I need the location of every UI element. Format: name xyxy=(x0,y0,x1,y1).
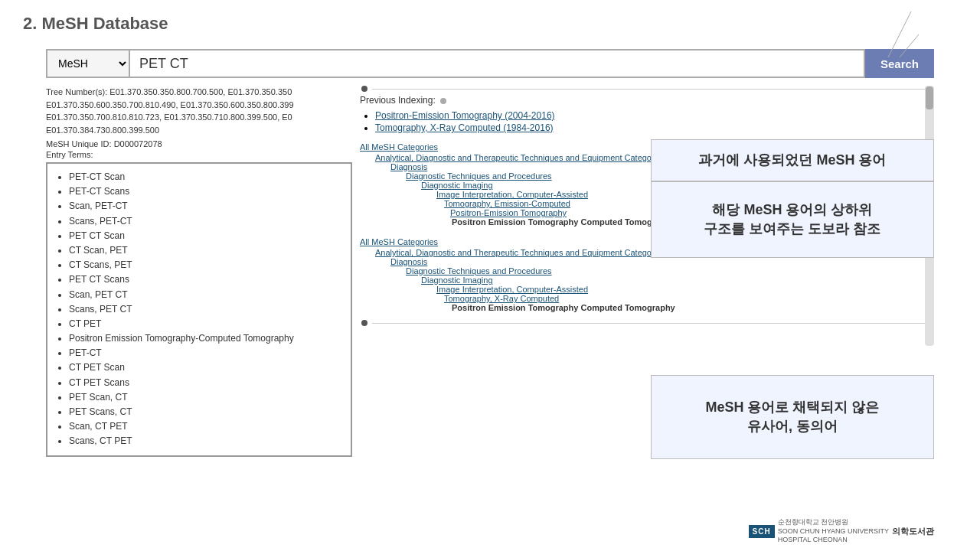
unique-id: MeSH Unique ID: D000072078 xyxy=(46,139,352,148)
list-item: PET CT Scans xyxy=(69,272,341,287)
all-mesh-categories-link-1[interactable]: All MeSH Categories xyxy=(360,142,438,152)
list-item: CT PET Scans xyxy=(69,376,341,390)
cat-level4-2[interactable]: Diagnostic Imaging xyxy=(421,276,926,285)
entry-terms-list: PET-CT Scan PET-CT Scans Scan, PET-CT Sc… xyxy=(57,170,341,449)
list-item: Scan, PET CT xyxy=(69,288,341,302)
footer-logo: SCH xyxy=(749,525,775,538)
footer-library-text: 의학도서관 xyxy=(892,526,934,537)
previous-indexing-label: Previous Indexing: xyxy=(360,95,436,106)
header: 2. MeSH Database xyxy=(0,0,980,34)
prev-link-1[interactable]: Positron-Emission Tomography (2004-2016) xyxy=(375,110,555,121)
list-item: Scans, CT PET xyxy=(69,434,341,448)
annotation-top-text: 과거에 사용되었던 MeSH 용어 xyxy=(698,151,886,170)
cat-level2-2[interactable]: Diagnosis xyxy=(390,257,926,266)
scrollbar-thumb[interactable] xyxy=(926,86,933,109)
list-item: PET-CT Scan xyxy=(69,170,341,184)
scroll-indicator-bottom xyxy=(360,320,926,326)
list-item: Scans, PET CT xyxy=(69,302,341,317)
list-item: Scan, PET-CT xyxy=(69,199,341,214)
page-title: 2. MeSH Database xyxy=(23,14,957,34)
scroll-dot-bottom xyxy=(361,320,368,326)
previous-indexing-list: Positron-Emission Tomography (2004-2016)… xyxy=(375,110,926,133)
footer: SCH 순천향대학교 천안병원SOON CHUN HYANG UNIVERSIT… xyxy=(749,518,934,545)
annotation-previous-indexing: 과거에 사용되었던 MeSH 용어 xyxy=(651,139,934,181)
search-input[interactable] xyxy=(130,49,865,78)
previous-indexing-row: Previous Indexing: xyxy=(360,95,926,110)
annotation-hierarchy: 해당 MeSH 용어의 상하위구조를 보여주는 도보라 참조 xyxy=(651,181,934,258)
list-item: Scans, PET-CT xyxy=(69,214,341,229)
list-item: CT Scan, PET xyxy=(69,243,341,258)
annotation-synonyms: MeSH 용어로 채택되지 않은유사어, 동의어 xyxy=(651,375,934,459)
annotation-middle-text: 해당 MeSH 용어의 상하위구조를 보여주는 도보라 참조 xyxy=(704,201,880,239)
prev-link-2[interactable]: Tomography, X-Ray Computed (1984-2016) xyxy=(375,122,554,133)
tree-numbers: Tree Number(s): E01.370.350.350.800.700.… xyxy=(46,86,352,136)
list-item: PET Scans, CT xyxy=(69,405,341,419)
scroll-indicator-top xyxy=(360,86,926,92)
final-term-2: Positron Emission Tomography Computed To… xyxy=(452,303,926,312)
list-item: PET-CT Scans xyxy=(69,184,341,199)
list-item: CT Scans, PET xyxy=(69,258,341,272)
annotation-bottom-text: MeSH 용어로 채택되지 않은유사어, 동의어 xyxy=(705,398,879,436)
list-item: Scan, CT PET xyxy=(69,419,341,434)
footer-university-text: 순천향대학교 천안병원SOON CHUN HYANG UNIVERSITYHOS… xyxy=(778,518,889,545)
scroll-dot xyxy=(361,86,368,92)
list-item: PET Scan, CT xyxy=(69,390,341,405)
svg-line-0 xyxy=(888,11,911,57)
list-item: Positron-Emission Tomography (2004-2016) xyxy=(375,110,926,121)
svg-line-1 xyxy=(900,34,919,57)
cat-level5-2[interactable]: Image Interpretation, Computer-Assisted xyxy=(436,285,926,294)
cat-level3-2[interactable]: Diagnostic Techniques and Procedures xyxy=(406,266,926,276)
header-decoration xyxy=(873,8,934,61)
entry-terms-label: Entry Terms: xyxy=(46,150,352,159)
cat-level6-2[interactable]: Tomography, X-Ray Computed xyxy=(444,294,926,303)
list-item: CT PET xyxy=(69,317,341,331)
footer-info: 순천향대학교 천안병원SOON CHUN HYANG UNIVERSITYHOS… xyxy=(778,518,889,545)
search-type-select[interactable]: MeSH xyxy=(46,49,130,78)
list-item: Tomography, X-Ray Computed (1984-2016) xyxy=(375,122,926,133)
list-item: CT PET Scan xyxy=(69,360,341,375)
list-item: Positron Emission Tomography-Computed To… xyxy=(69,331,341,346)
all-mesh-categories-link-2[interactable]: All MeSH Categories xyxy=(360,237,438,246)
list-item: PET CT Scan xyxy=(69,229,341,243)
search-bar: MeSH Search xyxy=(46,49,934,78)
scroll-dot2 xyxy=(440,98,446,104)
list-item: PET-CT xyxy=(69,346,341,360)
entry-terms-box: PET-CT Scan PET-CT Scans Scan, PET-CT Sc… xyxy=(46,162,352,457)
left-panel: Tree Number(s): E01.370.350.350.800.700.… xyxy=(46,86,352,457)
